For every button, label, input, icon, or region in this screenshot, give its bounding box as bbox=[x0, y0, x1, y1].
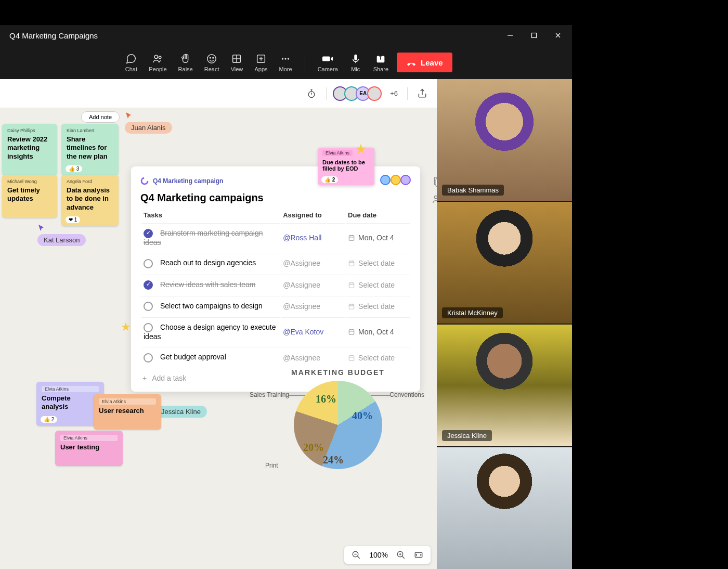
task-checkbox[interactable] bbox=[144, 323, 153, 332]
video-tile[interactable]: Babak Shammas bbox=[437, 79, 572, 201]
sticky-note[interactable]: Elvia Atkins User testing bbox=[55, 431, 123, 466]
task-due[interactable]: Select date bbox=[348, 259, 408, 267]
task-due[interactable]: Select date bbox=[348, 302, 408, 311]
task-assignee[interactable]: @Assignee bbox=[283, 281, 320, 289]
task-assignee[interactable]: @Ross Hall bbox=[283, 234, 321, 242]
task-due[interactable]: Mon, Oct 4 bbox=[348, 234, 408, 242]
apps-button[interactable]: Apps bbox=[249, 50, 272, 74]
task-row[interactable]: Reach out to design agencies @Assignee S… bbox=[141, 253, 410, 273]
remote-cursor-kat: Kat Larsson bbox=[37, 224, 86, 246]
note-text: Get timely updates bbox=[7, 186, 40, 202]
zoom-out-icon[interactable] bbox=[352, 550, 361, 560]
canvas-header: EA +6 bbox=[0, 79, 437, 108]
note-text: Compete analysis bbox=[42, 394, 71, 410]
svg-rect-42 bbox=[349, 356, 354, 360]
cursor-icon bbox=[37, 224, 46, 232]
svg-rect-26 bbox=[349, 261, 354, 266]
loop-collaborators[interactable] bbox=[382, 175, 411, 187]
raise-label: Raise bbox=[178, 66, 193, 72]
video-tile[interactable]: Jessica Kline bbox=[437, 325, 572, 446]
participant-avatars[interactable]: EA bbox=[336, 86, 382, 101]
task-row[interactable]: Select two campaigns to design @Assignee… bbox=[141, 296, 410, 316]
people-button[interactable]: People bbox=[144, 50, 172, 74]
note-text: Review 2022 marketing insights bbox=[7, 135, 47, 160]
task-due[interactable]: Select date bbox=[348, 281, 408, 289]
copy-component-icon[interactable] bbox=[432, 176, 437, 187]
participant-overflow[interactable]: +6 bbox=[390, 89, 398, 97]
task-assignee[interactable]: @Assignee bbox=[283, 302, 320, 311]
timer-icon[interactable] bbox=[306, 88, 317, 99]
task-checkbox[interactable] bbox=[144, 302, 153, 311]
task-checkbox[interactable] bbox=[144, 353, 153, 363]
note-reaction[interactable]: ❤ 1 bbox=[66, 216, 80, 223]
whiteboard-canvas[interactable]: EA +6 Add note Daisy Phillips Review 202… bbox=[0, 79, 437, 569]
task-checkbox[interactable] bbox=[144, 280, 153, 290]
cursor-label: Kat Larsson bbox=[37, 234, 86, 246]
minimize-button[interactable] bbox=[498, 25, 522, 46]
maximize-button[interactable] bbox=[522, 25, 546, 46]
camera-icon bbox=[321, 53, 334, 65]
window-controls bbox=[498, 25, 570, 46]
note-author: Elvia Atkins bbox=[99, 398, 156, 405]
sticky-note[interactable]: Angela Ford Data analysis to be done in … bbox=[61, 175, 119, 226]
share-button[interactable]: Share bbox=[368, 50, 394, 74]
task-checkbox[interactable] bbox=[144, 229, 153, 238]
task-text: Review ideas with sales team bbox=[160, 280, 256, 289]
sticky-note[interactable]: Daisy Phillips Review 2022 marketing ins… bbox=[2, 124, 57, 175]
apps-label: Apps bbox=[254, 66, 267, 72]
loop-component[interactable]: Q4 Marketing campaign Q4 Marketing campa… bbox=[131, 166, 420, 392]
react-button[interactable]: React bbox=[199, 50, 225, 74]
task-assignee[interactable]: @Eva Kotov bbox=[283, 328, 323, 336]
task-row[interactable]: Get budget approval @Assignee Select dat… bbox=[141, 347, 410, 367]
task-assignee[interactable]: @Assignee bbox=[283, 354, 320, 362]
video-tile[interactable] bbox=[437, 447, 572, 569]
share-component-icon[interactable] bbox=[432, 193, 437, 205]
people-label: People bbox=[149, 66, 166, 72]
leave-button[interactable]: Leave bbox=[397, 53, 452, 72]
task-row[interactable]: Review ideas with sales team @Assignee S… bbox=[141, 275, 410, 295]
note-text: Share timelines for the new plan bbox=[67, 135, 108, 160]
chat-icon bbox=[125, 53, 137, 65]
note-text: Due dates to be filled by EOD bbox=[322, 159, 365, 172]
task-row[interactable]: Choose a design agency to execute ideas … bbox=[141, 317, 410, 346]
video-tile[interactable]: Kristal McKinney bbox=[437, 202, 572, 324]
svg-point-8 bbox=[213, 57, 214, 58]
sticky-note[interactable]: Elvia Atkins User research bbox=[94, 394, 161, 430]
camera-button[interactable]: Camera bbox=[313, 50, 343, 74]
task-due[interactable]: Select date bbox=[348, 354, 408, 362]
task-due[interactable]: Mon, Oct 4 bbox=[348, 328, 408, 336]
share-icon bbox=[374, 53, 387, 65]
more-button[interactable]: More bbox=[274, 50, 297, 74]
loop-breadcrumb[interactable]: Q4 Marketing campaign bbox=[153, 177, 223, 185]
avatar[interactable] bbox=[367, 86, 382, 101]
fit-screen-icon[interactable] bbox=[414, 550, 423, 560]
video-feed bbox=[437, 447, 572, 569]
close-button[interactable] bbox=[546, 25, 570, 46]
col-task: Tasks bbox=[141, 208, 280, 222]
sticky-note[interactable]: Michael Wong Get timely updates bbox=[2, 175, 57, 218]
sticky-note[interactable]: Kian Lambert Share timelines for the new… bbox=[61, 124, 119, 175]
task-row[interactable]: Brainstorm marketing campaign ideas @Ros… bbox=[141, 223, 410, 252]
note-reaction[interactable]: 👍 2 bbox=[321, 176, 338, 183]
add-note-button[interactable]: Add note bbox=[81, 111, 120, 123]
calendar-icon bbox=[348, 354, 355, 361]
star-icon: ★ bbox=[121, 320, 131, 334]
task-text: Get budget approval bbox=[160, 353, 226, 361]
leave-label: Leave bbox=[421, 58, 443, 67]
share-out-icon[interactable] bbox=[417, 88, 427, 99]
calendar-icon bbox=[348, 328, 355, 335]
note-reaction[interactable]: 👍 2 bbox=[41, 416, 57, 423]
remote-cursor-juan: Juan Alanis bbox=[125, 111, 172, 134]
zoom-in-icon[interactable] bbox=[396, 550, 406, 560]
sticky-note-pink[interactable]: ★ Elvia Atkins Due dates to be filled by… bbox=[318, 148, 374, 185]
mic-button[interactable]: Mic bbox=[344, 50, 367, 74]
raise-hand-button[interactable]: Raise bbox=[173, 50, 198, 74]
calendar-icon bbox=[348, 234, 355, 241]
task-checkbox[interactable] bbox=[144, 259, 153, 268]
svg-rect-22 bbox=[349, 236, 354, 240]
view-button[interactable]: View bbox=[225, 50, 248, 74]
chat-button[interactable]: Chat bbox=[120, 50, 142, 74]
svg-point-21 bbox=[141, 178, 148, 184]
task-assignee[interactable]: @Assignee bbox=[283, 259, 320, 267]
note-reaction[interactable]: 👍 3 bbox=[66, 165, 82, 172]
